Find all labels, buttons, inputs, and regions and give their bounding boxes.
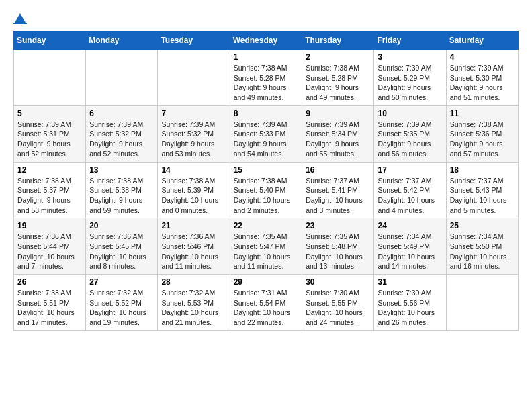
weekday-header-friday: Friday — [374, 32, 446, 50]
day-number: 30 — [306, 277, 370, 287]
day-info: Sunrise: 7:36 AMSunset: 5:45 PMDaylight:… — [89, 232, 154, 271]
day-info: Sunrise: 7:32 AMSunset: 5:52 PMDaylight:… — [89, 288, 154, 328]
calendar-cell: 14Sunrise: 7:38 AMSunset: 5:39 PMDayligh… — [158, 162, 230, 218]
calendar-cell: 12Sunrise: 7:38 AMSunset: 5:37 PMDayligh… — [14, 162, 86, 218]
day-number: 16 — [306, 165, 370, 175]
day-info: Sunrise: 7:36 AMSunset: 5:46 PMDaylight:… — [161, 232, 226, 271]
day-info: Sunrise: 7:30 AMSunset: 5:56 PMDaylight:… — [378, 288, 442, 328]
calendar-cell: 3Sunrise: 7:39 AMSunset: 5:29 PMDaylight… — [374, 50, 446, 106]
calendar-cell: 29Sunrise: 7:31 AMSunset: 5:54 PMDayligh… — [230, 275, 302, 331]
calendar-cell: 13Sunrise: 7:38 AMSunset: 5:38 PMDayligh… — [86, 162, 158, 218]
day-number: 22 — [234, 221, 299, 230]
calendar-cell: 23Sunrise: 7:35 AMSunset: 5:48 PMDayligh… — [302, 218, 374, 275]
day-info: Sunrise: 7:39 AMSunset: 5:33 PMDaylight:… — [234, 120, 299, 159]
day-info: Sunrise: 7:39 AMSunset: 5:35 PMDaylight:… — [378, 120, 442, 159]
day-info: Sunrise: 7:38 AMSunset: 5:37 PMDaylight:… — [17, 176, 82, 216]
day-number: 15 — [234, 165, 299, 175]
calendar-cell: 30Sunrise: 7:30 AMSunset: 5:55 PMDayligh… — [302, 275, 374, 331]
calendar-cell: 4Sunrise: 7:39 AMSunset: 5:30 PMDaylight… — [446, 50, 518, 106]
calendar-cell — [446, 275, 518, 331]
weekday-header-wednesday: Wednesday — [230, 32, 302, 50]
logo — [13, 11, 27, 24]
day-number: 28 — [161, 277, 226, 287]
day-info: Sunrise: 7:39 AMSunset: 5:32 PMDaylight:… — [89, 120, 154, 159]
calendar-table: SundayMondayTuesdayWednesdayThursdayFrid… — [13, 31, 519, 331]
calendar-cell: 22Sunrise: 7:35 AMSunset: 5:47 PMDayligh… — [230, 218, 302, 275]
calendar-cell: 1Sunrise: 7:38 AMSunset: 5:28 PMDaylight… — [230, 50, 302, 106]
day-info: Sunrise: 7:37 AMSunset: 5:43 PMDaylight:… — [450, 176, 515, 216]
day-number: 20 — [89, 221, 154, 230]
day-info: Sunrise: 7:39 AMSunset: 5:31 PMDaylight:… — [17, 120, 82, 159]
calendar-cell: 25Sunrise: 7:34 AMSunset: 5:50 PMDayligh… — [446, 218, 518, 275]
calendar-cell: 6Sunrise: 7:39 AMSunset: 5:32 PMDaylight… — [86, 105, 158, 162]
day-number: 4 — [450, 52, 515, 62]
day-number: 31 — [378, 277, 442, 287]
day-number: 1 — [234, 52, 299, 62]
calendar-cell: 18Sunrise: 7:37 AMSunset: 5:43 PMDayligh… — [446, 162, 518, 218]
day-info: Sunrise: 7:34 AMSunset: 5:50 PMDaylight:… — [450, 232, 515, 271]
calendar-cell: 10Sunrise: 7:39 AMSunset: 5:35 PMDayligh… — [374, 105, 446, 162]
day-number: 26 — [17, 277, 82, 287]
calendar-cell: 19Sunrise: 7:36 AMSunset: 5:44 PMDayligh… — [14, 218, 86, 275]
day-info: Sunrise: 7:38 AMSunset: 5:28 PMDaylight:… — [234, 63, 299, 103]
svg-marker-0 — [15, 13, 26, 23]
day-info: Sunrise: 7:39 AMSunset: 5:34 PMDaylight:… — [306, 120, 370, 159]
day-info: Sunrise: 7:32 AMSunset: 5:53 PMDaylight:… — [161, 288, 226, 328]
calendar-cell: 16Sunrise: 7:37 AMSunset: 5:41 PMDayligh… — [302, 162, 374, 218]
day-number: 2 — [306, 52, 370, 62]
day-number: 24 — [378, 221, 442, 230]
day-info: Sunrise: 7:34 AMSunset: 5:49 PMDaylight:… — [378, 232, 442, 271]
calendar-cell — [14, 50, 86, 106]
weekday-header-saturday: Saturday — [446, 32, 518, 50]
day-number: 3 — [378, 52, 442, 62]
day-info: Sunrise: 7:33 AMSunset: 5:51 PMDaylight:… — [17, 288, 82, 328]
day-number: 23 — [306, 221, 370, 230]
calendar-cell: 5Sunrise: 7:39 AMSunset: 5:31 PMDaylight… — [14, 105, 86, 162]
weekday-header-monday: Monday — [86, 32, 158, 50]
day-number: 11 — [450, 109, 515, 118]
calendar-cell — [158, 50, 230, 106]
day-info: Sunrise: 7:37 AMSunset: 5:41 PMDaylight:… — [306, 176, 370, 216]
calendar-cell: 15Sunrise: 7:38 AMSunset: 5:40 PMDayligh… — [230, 162, 302, 218]
day-info: Sunrise: 7:31 AMSunset: 5:54 PMDaylight:… — [234, 288, 299, 328]
day-number: 6 — [89, 109, 154, 118]
day-number: 7 — [161, 109, 226, 118]
day-info: Sunrise: 7:39 AMSunset: 5:32 PMDaylight:… — [161, 120, 226, 159]
page-header — [13, 11, 519, 24]
day-number: 19 — [17, 221, 82, 230]
day-number: 29 — [234, 277, 299, 287]
day-info: Sunrise: 7:39 AMSunset: 5:30 PMDaylight:… — [450, 63, 515, 103]
weekday-header-tuesday: Tuesday — [158, 32, 230, 50]
day-info: Sunrise: 7:38 AMSunset: 5:40 PMDaylight:… — [234, 176, 299, 216]
day-info: Sunrise: 7:35 AMSunset: 5:47 PMDaylight:… — [234, 232, 299, 271]
day-info: Sunrise: 7:36 AMSunset: 5:44 PMDaylight:… — [17, 232, 82, 271]
day-info: Sunrise: 7:30 AMSunset: 5:55 PMDaylight:… — [306, 288, 370, 328]
calendar-cell: 26Sunrise: 7:33 AMSunset: 5:51 PMDayligh… — [14, 275, 86, 331]
day-number: 25 — [450, 221, 515, 230]
day-number: 8 — [234, 109, 299, 118]
day-info: Sunrise: 7:35 AMSunset: 5:48 PMDaylight:… — [306, 232, 370, 271]
weekday-header-sunday: Sunday — [14, 32, 86, 50]
day-number: 18 — [450, 165, 515, 175]
weekday-header-thursday: Thursday — [302, 32, 374, 50]
calendar-cell: 2Sunrise: 7:38 AMSunset: 5:28 PMDaylight… — [302, 50, 374, 106]
day-info: Sunrise: 7:38 AMSunset: 5:38 PMDaylight:… — [89, 176, 154, 216]
day-number: 14 — [161, 165, 226, 175]
calendar-cell: 7Sunrise: 7:39 AMSunset: 5:32 PMDaylight… — [158, 105, 230, 162]
day-number: 9 — [306, 109, 370, 118]
day-info: Sunrise: 7:39 AMSunset: 5:29 PMDaylight:… — [378, 63, 442, 103]
calendar-cell: 31Sunrise: 7:30 AMSunset: 5:56 PMDayligh… — [374, 275, 446, 331]
calendar-cell: 8Sunrise: 7:39 AMSunset: 5:33 PMDaylight… — [230, 105, 302, 162]
calendar-cell — [86, 50, 158, 106]
day-info: Sunrise: 7:38 AMSunset: 5:28 PMDaylight:… — [306, 63, 370, 103]
day-info: Sunrise: 7:38 AMSunset: 5:36 PMDaylight:… — [450, 120, 515, 159]
day-number: 13 — [89, 165, 154, 175]
day-info: Sunrise: 7:37 AMSunset: 5:42 PMDaylight:… — [378, 176, 442, 216]
calendar-cell: 27Sunrise: 7:32 AMSunset: 5:52 PMDayligh… — [86, 275, 158, 331]
calendar-cell: 17Sunrise: 7:37 AMSunset: 5:42 PMDayligh… — [374, 162, 446, 218]
calendar-cell: 21Sunrise: 7:36 AMSunset: 5:46 PMDayligh… — [158, 218, 230, 275]
day-number: 21 — [161, 221, 226, 230]
day-info: Sunrise: 7:38 AMSunset: 5:39 PMDaylight:… — [161, 176, 226, 216]
day-number: 27 — [89, 277, 154, 287]
day-number: 12 — [17, 165, 82, 175]
